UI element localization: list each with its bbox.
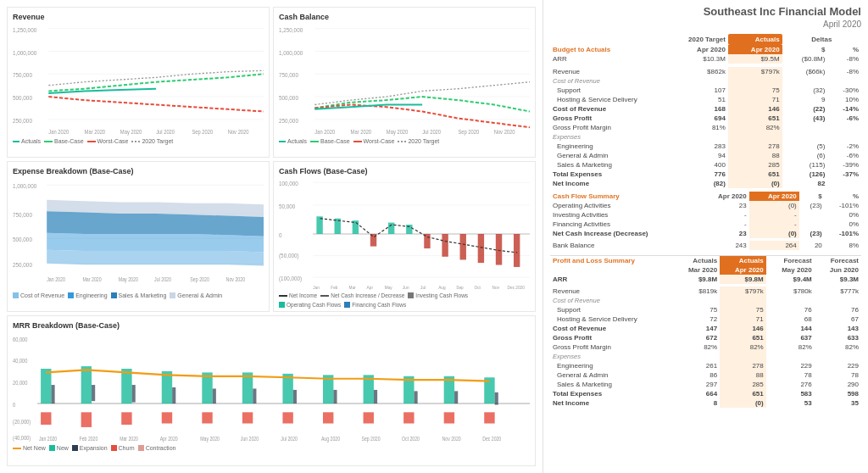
bta-net-income-actual: (0) bbox=[728, 179, 782, 188]
pnl-hosting-label: Hosting & Service Delivery bbox=[550, 314, 673, 324]
svg-rect-99 bbox=[202, 372, 212, 403]
svg-text:750,000: 750,000 bbox=[279, 71, 298, 80]
svg-text:Mar: Mar bbox=[348, 284, 355, 289]
svg-rect-106 bbox=[323, 412, 333, 423]
pnl-gross-profit-apr: 651 bbox=[720, 333, 766, 342]
bta-engineering-delta-p: -2% bbox=[827, 142, 861, 151]
pnl-revenue-may: $780k bbox=[766, 287, 815, 296]
bta-cor-header-row: Cost of Revenue bbox=[550, 76, 861, 86]
bta-total-exp-actual: 651 bbox=[728, 170, 782, 179]
cash-flows-chart: Cash Flows (Base-Case) 100,000 50,000 0 … bbox=[273, 161, 536, 312]
bta-engineering-target: 283 bbox=[660, 142, 728, 151]
bta-arr-target: $10.3M bbox=[660, 54, 728, 64]
mrr-breakdown-chart: MRR Breakdown (Base-Case) 60,000 40,000 … bbox=[7, 315, 536, 466]
cfs-delta-d-header: $ bbox=[799, 192, 825, 201]
svg-rect-96 bbox=[121, 412, 131, 425]
pnl-ga-mar: 86 bbox=[673, 370, 720, 380]
svg-text:(40,000): (40,000) bbox=[13, 434, 31, 442]
bta-engineering-label: Engineering bbox=[550, 142, 660, 151]
svg-text:Dec 2020: Dec 2020 bbox=[508, 284, 525, 289]
pnl-arr-may: $9.4M bbox=[766, 275, 815, 284]
cfs-investing-target: - bbox=[699, 210, 749, 220]
bta-hosting-actual: 71 bbox=[728, 95, 782, 104]
svg-text:Nov: Nov bbox=[492, 284, 500, 289]
cfs-net-cash-delta-p: -101% bbox=[825, 229, 861, 238]
bta-support-row: Support 107 75 (32) -30% bbox=[550, 86, 861, 95]
bta-actuals-header: Actuals bbox=[728, 34, 782, 45]
pnl-jun-header: Jun 2020 bbox=[815, 265, 861, 275]
svg-rect-102 bbox=[242, 412, 253, 423]
pnl-net-income-label: Net Income bbox=[550, 398, 673, 408]
bta-total-exp-row: Total Expenses 776 651 (126) -37% bbox=[550, 170, 861, 179]
bta-hosting-delta-p: 10% bbox=[827, 95, 861, 104]
pnl-gross-profit-may: 637 bbox=[766, 333, 815, 342]
cash-flow-summary-table: Cash Flow Summary Apr 2020 Apr 2020 $ % … bbox=[550, 192, 861, 250]
svg-text:250,000: 250,000 bbox=[13, 116, 32, 125]
pnl-cor-header-row: Cost of Revenue bbox=[550, 296, 861, 305]
svg-rect-118 bbox=[172, 387, 175, 403]
svg-rect-104 bbox=[282, 412, 292, 423]
pnl-engineering-may: 229 bbox=[766, 361, 815, 370]
bta-gpm-row: Gross Profit Margin 81% 82% bbox=[550, 123, 861, 132]
bta-ga-delta-d: (6) bbox=[782, 151, 828, 160]
svg-text:250,000: 250,000 bbox=[13, 260, 32, 269]
cfs-investing-row: Investing Activities - - 0% bbox=[550, 210, 861, 220]
bta-support-actual: 75 bbox=[728, 86, 782, 95]
bta-deltas-header: Deltas bbox=[782, 34, 861, 45]
cfs-net-cash-delta-d: (23) bbox=[799, 229, 825, 238]
pnl-total-cor-label: Cost of Revenue bbox=[550, 324, 673, 333]
svg-rect-64 bbox=[388, 223, 394, 234]
svg-text:1,000,000: 1,000,000 bbox=[13, 48, 36, 57]
cfs-bank-balance-label: Bank Balance bbox=[550, 241, 699, 250]
svg-rect-117 bbox=[132, 385, 136, 403]
bta-actuals-date: Apr 2020 bbox=[728, 45, 782, 54]
bta-label-header bbox=[550, 34, 660, 45]
bta-gross-profit-row: Gross Profit 694 651 (43) -6% bbox=[550, 114, 861, 123]
svg-rect-94 bbox=[81, 412, 92, 427]
pnl-gpm-label: Gross Profit Margin bbox=[550, 342, 673, 352]
cfs-delta-p-header: % bbox=[825, 192, 861, 201]
svg-text:Mar 2020: Mar 2020 bbox=[85, 129, 106, 136]
bta-revenue-target: $862k bbox=[660, 67, 728, 76]
svg-text:Nov 2020: Nov 2020 bbox=[442, 435, 461, 442]
pnl-gpm-row: Gross Profit Margin 82% 82% 82% 82% bbox=[550, 342, 861, 352]
pnl-net-income-jun: 35 bbox=[815, 398, 861, 408]
svg-text:Feb: Feb bbox=[331, 284, 337, 289]
svg-text:May: May bbox=[385, 284, 392, 289]
svg-rect-66 bbox=[424, 234, 430, 248]
svg-text:(100,000): (100,000) bbox=[279, 275, 302, 282]
bta-revenue-actual: $797k bbox=[728, 67, 782, 76]
pnl-hosting-mar: 72 bbox=[673, 314, 720, 324]
svg-rect-122 bbox=[333, 390, 337, 403]
bta-hosting-target: 51 bbox=[660, 95, 728, 104]
pnl-hosting-apr: 71 bbox=[720, 314, 766, 324]
bta-engineering-actual: 278 bbox=[728, 142, 782, 151]
pnl-ga-row: General & Admin 86 88 78 78 bbox=[550, 370, 861, 380]
bta-gross-profit-delta-d: (43) bbox=[782, 114, 828, 123]
pnl-net-income-apr: (0) bbox=[720, 398, 766, 408]
pnl-revenue-label: Revenue bbox=[550, 287, 673, 296]
svg-text:500,000: 500,000 bbox=[13, 236, 32, 244]
bta-ga-row: General & Admin 94 88 (6) -6% bbox=[550, 151, 861, 160]
svg-text:500,000: 500,000 bbox=[13, 93, 32, 102]
pnl-total-exp-may: 583 bbox=[766, 389, 815, 398]
bta-support-delta-p: -30% bbox=[827, 86, 861, 95]
bta-sm-actual: 285 bbox=[728, 160, 782, 170]
pnl-revenue-jun: $777k bbox=[815, 287, 861, 296]
bta-total-cor-delta-d: (22) bbox=[782, 104, 828, 114]
svg-text:40,000: 40,000 bbox=[13, 357, 27, 364]
svg-rect-70 bbox=[496, 234, 502, 265]
svg-text:250,000: 250,000 bbox=[279, 116, 298, 125]
pnl-ga-apr: 88 bbox=[720, 370, 766, 380]
bta-ga-delta-p: -6% bbox=[827, 151, 861, 160]
cfs-financing-row: Financing Activities - - 0% bbox=[550, 220, 861, 229]
svg-text:0: 0 bbox=[279, 231, 282, 237]
pnl-support-may: 76 bbox=[766, 305, 815, 314]
svg-text:Mar 2020: Mar 2020 bbox=[82, 277, 102, 283]
svg-text:Feb 2020: Feb 2020 bbox=[80, 435, 98, 442]
svg-rect-119 bbox=[213, 388, 216, 403]
pnl-apr-header: Apr 2020 bbox=[720, 265, 766, 275]
svg-text:Sep 2020: Sep 2020 bbox=[361, 435, 380, 442]
svg-rect-95 bbox=[121, 369, 131, 403]
pnl-support-jun: 76 bbox=[815, 305, 861, 314]
